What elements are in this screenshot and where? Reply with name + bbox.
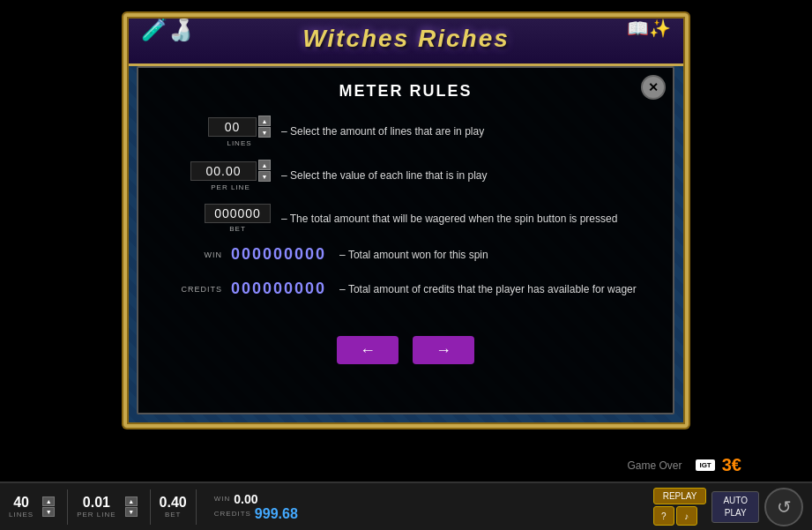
lines-down-button[interactable]: ▼: [258, 127, 271, 138]
bet-rule-row: 000000 BET – The total amount that will …: [165, 204, 646, 233]
credits-rule-row: CREDITS 000000000 – Total amount of cred…: [165, 280, 646, 298]
bottom-win-value: 0.00: [234, 492, 257, 506]
modal-title: METER RULES: [138, 68, 673, 111]
bottom-lines-label: LINES: [9, 511, 34, 519]
bottom-per-line-spinners: ▲ ▼: [125, 496, 138, 517]
nav-buttons: ← →: [138, 336, 673, 364]
lines-rule-row: 00 ▲ ▼ LINES – Select the amount of line…: [165, 116, 646, 147]
bottom-per-line-section: 0.01 PER LINE: [77, 495, 115, 519]
win-display: 000000000: [231, 245, 326, 264]
game-over-text: Game Over: [627, 459, 682, 472]
win-row: WIN 0.00: [214, 492, 258, 506]
auto-play-button[interactable]: AUTOPLAY: [711, 491, 759, 523]
title-deco-left-icon: 🧪🍶: [141, 18, 194, 42]
nav-back-button[interactable]: ←: [337, 336, 399, 364]
bottom-lines-spinners: ▲ ▼: [42, 496, 55, 517]
close-button[interactable]: [641, 75, 666, 100]
lines-spinners: ▲ ▼: [258, 116, 271, 138]
help-button[interactable]: ?: [653, 506, 674, 526]
credits-label: CREDITS: [174, 285, 222, 294]
bottom-per-line-label: PER LINE: [77, 511, 115, 519]
replay-label: REPLAY: [663, 491, 697, 501]
per-line-sub-label: PER LINE: [211, 183, 250, 191]
lines-rule-text: – Select the amount of lines that are in…: [281, 125, 646, 138]
win-rule-text: – Total amount won for this spin: [339, 249, 646, 261]
per-line-spinners: ▲ ▼: [258, 160, 271, 182]
auto-play-label: AUTOPLAY: [723, 496, 748, 518]
bottom-per-line-value: 0.01: [83, 495, 110, 511]
nav-forward-arrow-icon: →: [436, 341, 451, 360]
credits-row: CREDITS 999.68: [214, 506, 298, 522]
per-line-down-button[interactable]: ▼: [258, 171, 271, 182]
bottom-bet-value: 0.40: [160, 495, 187, 511]
bottom-lines-up[interactable]: ▲: [42, 496, 55, 506]
ngt-logo: IGT: [696, 459, 714, 471]
bottom-bar: 40 LINES ▲ ▼ 0.01 PER LINE ▲ ▼ 0.40 BET …: [0, 481, 812, 530]
per-line-control-wrapper: 00.00 ▲ ▼ PER LINE: [190, 160, 271, 191]
sound-icon: ♪: [684, 511, 689, 521]
meter-rules-modal: METER RULES 00 ▲ ▼ LINES: [137, 66, 674, 414]
bottom-win-label: WIN: [214, 495, 231, 503]
lines-display: 00: [208, 117, 257, 137]
bet-display: 000000: [205, 204, 271, 223]
replay-sound-group: REPLAY ? ♪: [653, 488, 707, 526]
nav-back-arrow-icon: ←: [360, 341, 376, 360]
credits-rule-text: – Total amount of credits that the playe…: [339, 283, 646, 295]
header-banner: 🧪🍶 Witches Riches 📖✨: [123, 13, 689, 66]
bottom-lines-section: 40 LINES: [9, 495, 34, 519]
bet-rule-text: – The total amount that will be wagered …: [281, 213, 646, 225]
game-over-area: Game Over IGT 3€: [627, 455, 741, 475]
side-deco-left: [0, 13, 123, 428]
title-deco-right-icon: 📖✨: [627, 18, 671, 39]
bet-control-wrapper: 000000 BET: [205, 204, 271, 233]
bottom-lines-down[interactable]: ▼: [42, 507, 55, 517]
bottom-per-line-down[interactable]: ▼: [125, 507, 138, 517]
divider-3: [196, 489, 197, 525]
bottom-bet-label: BET: [165, 511, 182, 519]
spin-button[interactable]: ↺: [764, 488, 803, 526]
replay-button[interactable]: REPLAY: [653, 488, 707, 504]
side-deco-right: [689, 13, 812, 428]
per-line-up-button[interactable]: ▲: [258, 160, 271, 170]
divider-2: [150, 489, 151, 525]
per-line-display: 00.00: [190, 161, 257, 181]
bottom-win-credits-section: WIN 0.00 CREDITS 999.68: [214, 492, 298, 522]
per-line-rule-text: – Select the value of each line that is …: [281, 169, 646, 182]
bottom-bet-section: 0.40 BET: [160, 495, 187, 519]
win-rule-row: WIN 000000000 – Total amount won for thi…: [165, 245, 646, 264]
per-line-rule-row: 00.00 ▲ ▼ PER LINE – Select the value of…: [165, 160, 646, 191]
lines-sub-label: LINES: [227, 139, 251, 147]
question-icon: ?: [661, 511, 667, 521]
lines-control-wrapper: 00 ▲ ▼ LINES: [208, 116, 271, 147]
win-label: WIN: [174, 250, 222, 259]
game-title: Witches Riches: [302, 25, 510, 53]
bottom-credits-label: CREDITS: [214, 510, 251, 518]
spin-icon: ↺: [777, 496, 792, 518]
rules-content: 00 ▲ ▼ LINES – Select the amount of line…: [138, 111, 673, 318]
credits-display: 000000000: [231, 280, 326, 298]
bottom-lines-value: 40: [13, 495, 29, 511]
lines-up-button[interactable]: ▲: [258, 116, 271, 126]
igt-badge: 3€: [722, 455, 741, 475]
nav-forward-button[interactable]: →: [413, 336, 474, 364]
bottom-per-line-up[interactable]: ▲: [125, 496, 138, 506]
game-container: 🧪🍶 Witches Riches 📖✨ METER RULES 00 ▲: [0, 0, 812, 530]
bet-sub-label: BET: [229, 225, 246, 233]
divider-1: [67, 489, 68, 525]
sound-button[interactable]: ♪: [676, 506, 697, 526]
bottom-credits-value: 999.68: [255, 506, 298, 522]
